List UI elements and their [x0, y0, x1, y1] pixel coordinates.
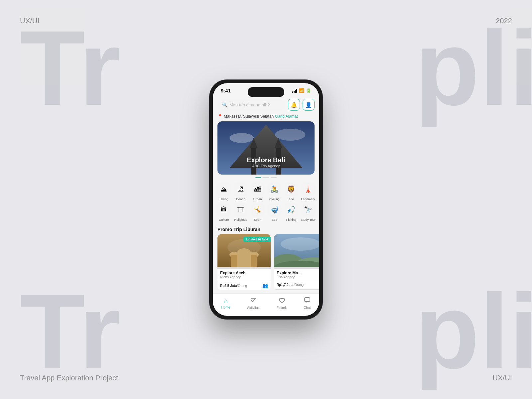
fishing-label: Fishing — [286, 218, 297, 221]
hiking-label: Hiking — [219, 197, 228, 201]
chat-icon — [304, 297, 311, 305]
home-icon: ⌂ — [224, 297, 228, 305]
home-label: Home — [221, 306, 230, 309]
scroll-area[interactable]: 🔍 Mau trip dimana nih? 🔔 👤 📍 Makassar, S… — [213, 95, 319, 306]
hero-text: Explore Bali ABC Trip Agency — [217, 156, 315, 168]
category-zoo[interactable]: 🦁 Zoo — [283, 182, 299, 201]
bell-icon: 🔔 — [291, 102, 297, 108]
phone-inner: 9:41 📶 🔋 🔍 — [213, 83, 319, 316]
zoo-label: Zoo — [289, 197, 294, 201]
category-landmark[interactable]: 🗼 Landmark — [300, 182, 316, 201]
category-study-tour[interactable]: 🔭 Study Tour — [300, 203, 316, 221]
search-icon: 🔍 — [222, 102, 227, 107]
search-input[interactable]: 🔍 Mau trip dimana nih? — [217, 99, 285, 110]
promo-info-aceh: Explore Aceh Ntabs Agency — [217, 269, 271, 281]
study-tour-label: Study Tour — [301, 218, 316, 221]
aktivitas-label: Aktivitas — [247, 306, 259, 310]
hero-subtitle: ABC Trip Agency — [217, 164, 315, 168]
culture-icon: 🏛 — [217, 203, 231, 217]
label-bottom-right: UX/UI — [492, 374, 512, 382]
bg-text-top-right: pli — [415, 20, 532, 116]
group-icon: 👥 — [262, 283, 268, 288]
user-icon: 👤 — [305, 102, 312, 108]
phone-frame: 9:41 📶 🔋 🔍 — [209, 80, 323, 319]
hero-title: Explore Bali — [217, 156, 315, 164]
sea-icon: 🤿 — [267, 203, 281, 217]
categories-section: ⛰ Hiking 🏖 Beach 🏙 Urban 🚴 — [213, 181, 319, 221]
promo-cards-row[interactable]: Limited 20 Seat Explore Aceh Ntabs Agenc… — [213, 234, 319, 294]
dot-3[interactable] — [271, 177, 277, 178]
dot-1[interactable] — [255, 177, 261, 178]
dynamic-island — [248, 87, 284, 97]
status-icons: 📶 🔋 — [292, 88, 311, 93]
phone-outer: 9:41 📶 🔋 🔍 — [209, 80, 323, 319]
bg-text-bottom-left: Tr — [20, 283, 120, 379]
cycling-label: Cycling — [269, 197, 280, 201]
beach-icon: 🏖 — [234, 182, 248, 196]
promo-card-manado-image — [274, 234, 319, 267]
fishing-icon: 🎣 — [284, 203, 298, 217]
change-location-button[interactable]: Ganti Alamat — [275, 114, 298, 119]
category-sport[interactable]: 🤸 Sport — [250, 203, 266, 221]
hiking-icon: ⛰ — [217, 182, 231, 196]
sea-label: Sea — [272, 218, 277, 221]
bg-text-top-left: Tr — [20, 20, 120, 116]
location-text: Makassar, Sulawesi Selatan — [224, 114, 274, 119]
nav-home[interactable]: ⌂ Home — [221, 297, 230, 309]
study-tour-icon: 🔭 — [301, 203, 315, 217]
location-row: 📍 Makassar, Sulawesi Selatan Ganti Alama… — [213, 113, 319, 121]
category-row-1: ⛰ Hiking 🏖 Beach 🏙 Urban 🚴 — [215, 182, 317, 201]
label-bottom-left: Travel App Exploration Project — [20, 374, 118, 382]
promo-price-text-aceh: Rp2,5 Juta/Orang — [220, 284, 247, 288]
category-row-2: 🏛 Culture ⛩ Religious 🤸 Sport 🤿 — [215, 203, 317, 221]
svg-rect-17 — [251, 255, 257, 267]
svg-rect-15 — [237, 252, 251, 267]
culture-label: Culture — [219, 218, 229, 221]
nav-chat[interactable]: Chat — [304, 297, 311, 310]
wifi-icon: 📶 — [299, 88, 304, 93]
promo-name-manado: Explore Ma... — [277, 271, 319, 275]
sport-icon: 🤸 — [251, 203, 265, 217]
zoo-icon: 🦁 — [284, 182, 298, 196]
promo-card-aceh[interactable]: Limited 20 Seat Explore Aceh Ntabs Agenc… — [217, 234, 271, 290]
promo-info-manado: Explore Ma... Osa Agency — [274, 269, 319, 281]
promo-badge: Limited 20 Seat — [243, 237, 271, 242]
category-beach[interactable]: 🏖 Beach — [233, 182, 249, 201]
cycling-icon: 🚴 — [267, 182, 281, 196]
svg-point-2 — [275, 129, 305, 141]
profile-button[interactable]: 👤 — [303, 99, 315, 111]
landmark-icon: 🗼 — [301, 182, 315, 196]
category-religious[interactable]: ⛩ Religious — [233, 203, 249, 221]
category-sea[interactable]: 🤿 Sea — [266, 203, 282, 221]
nav-favorit[interactable]: Favorit — [277, 297, 287, 310]
dot-2[interactable] — [263, 177, 269, 178]
svg-point-1 — [230, 133, 254, 143]
category-culture[interactable]: 🏛 Culture — [216, 203, 232, 221]
category-urban[interactable]: 🏙 Urban — [250, 182, 266, 201]
nav-aktivitas[interactable]: Aktivitas — [247, 297, 259, 310]
promo-price-manado: Rp1,7 Juta/Orang — [274, 281, 319, 289]
aktivitas-icon — [250, 297, 257, 305]
location-pin-icon: 📍 — [217, 114, 222, 119]
religious-label: Religious — [234, 218, 247, 221]
status-time: 9:41 — [221, 88, 231, 93]
search-placeholder: Mau trip dimana nih? — [229, 102, 270, 107]
promo-price-text-manado: Rp1,7 Juta/Orang — [277, 283, 304, 287]
category-cycling[interactable]: 🚴 Cycling — [266, 182, 282, 201]
svg-rect-23 — [305, 298, 310, 302]
urban-label: Urban — [253, 197, 262, 201]
svg-point-19 — [281, 237, 319, 251]
battery-icon: 🔋 — [306, 88, 311, 93]
chat-label: Chat — [304, 306, 311, 310]
promo-agency-aceh: Ntabs Agency — [220, 275, 268, 279]
landmark-label: Landmark — [301, 197, 315, 201]
sport-label: Sport — [254, 218, 261, 221]
label-top-left: UX/UI — [20, 17, 40, 25]
category-hiking[interactable]: ⛰ Hiking — [216, 182, 232, 201]
religious-icon: ⛩ — [234, 203, 248, 217]
favorit-label: Favorit — [277, 306, 287, 310]
label-top-right: 2022 — [496, 17, 512, 25]
notification-button[interactable]: 🔔 — [288, 99, 300, 111]
category-fishing[interactable]: 🎣 Fishing — [283, 203, 299, 221]
promo-card-manado[interactable]: Explore Ma... Osa Agency Rp1,7 Juta/Oran… — [274, 234, 319, 290]
